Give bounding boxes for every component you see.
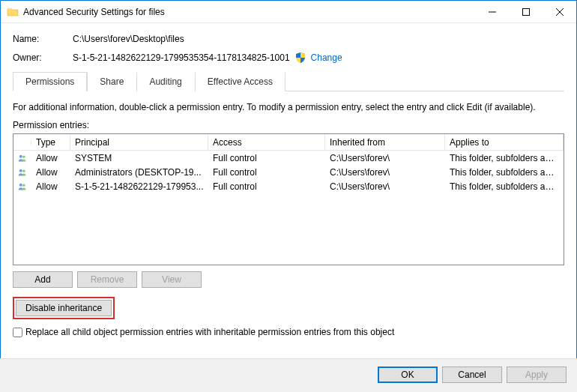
disable-inheritance-button[interactable]: Disable inheritance — [16, 300, 112, 316]
view-button[interactable]: View — [142, 271, 202, 288]
tab-auditing[interactable]: Auditing — [136, 72, 194, 91]
replace-children-row: Replace all child object permission entr… — [13, 327, 564, 337]
cell-type: Allow — [31, 166, 70, 178]
cell-access: Full control — [208, 181, 325, 193]
col-inherited[interactable]: Inherited from — [325, 135, 445, 150]
cell-inherited: C:\Users\forev\ — [325, 166, 445, 178]
disable-inheritance-highlight: Disable inheritance — [13, 297, 115, 319]
users-icon — [13, 152, 31, 164]
change-owner-link[interactable]: Change — [311, 52, 342, 63]
owner-label: Owner: — [13, 52, 73, 63]
dialog-footer: OK Cancel Apply — [0, 358, 577, 392]
apply-button[interactable]: Apply — [507, 367, 567, 383]
svg-point-8 — [19, 183, 22, 186]
titlebar: Advanced Security Settings for files — [1, 1, 576, 23]
cell-access: Full control — [208, 166, 325, 178]
name-value: C:\Users\forev\Desktop\files — [73, 34, 184, 44]
maximize-button[interactable] — [509, 1, 543, 22]
folder-icon — [7, 6, 19, 18]
permission-table: Type Principal Access Inherited from App… — [13, 133, 564, 265]
cell-applies: This folder, subfolders and files — [445, 152, 564, 164]
table-row[interactable]: AllowS-1-5-21-1482622129-179953...Full c… — [13, 179, 564, 193]
ok-button[interactable]: OK — [378, 367, 438, 383]
add-button[interactable]: Add — [13, 271, 73, 288]
tab-strip: Permissions Share Auditing Effective Acc… — [13, 71, 564, 91]
cell-inherited: C:\Users\forev\ — [325, 181, 445, 193]
cell-access: Full control — [208, 152, 325, 164]
cell-principal: SYSTEM — [70, 152, 208, 164]
table-row[interactable]: AllowSYSTEMFull controlC:\Users\forev\Th… — [13, 151, 564, 165]
cell-inherited: C:\Users\forev\ — [325, 152, 445, 164]
replace-children-label[interactable]: Replace all child object permission entr… — [25, 327, 394, 337]
svg-point-4 — [19, 154, 22, 157]
svg-point-5 — [22, 155, 25, 157]
minimize-button[interactable] — [475, 1, 509, 22]
table-body: AllowSYSTEMFull controlC:\Users\forev\Th… — [13, 151, 564, 193]
entry-buttons-row: Add Remove View — [13, 271, 564, 288]
svg-point-9 — [22, 184, 25, 186]
users-icon — [13, 166, 31, 178]
remove-button[interactable]: Remove — [77, 271, 137, 288]
col-icon[interactable] — [13, 140, 31, 145]
col-type[interactable]: Type — [31, 135, 70, 150]
cell-applies: This folder, subfolders and files — [445, 181, 564, 193]
cancel-button[interactable]: Cancel — [442, 367, 502, 383]
tab-share[interactable]: Share — [87, 72, 136, 91]
tab-permissions[interactable]: Permissions — [13, 72, 87, 91]
replace-children-checkbox[interactable] — [13, 328, 22, 337]
cell-type: Allow — [31, 152, 70, 164]
window-title: Advanced Security Settings for files — [23, 7, 475, 17]
svg-point-6 — [19, 169, 22, 172]
svg-point-7 — [22, 169, 25, 172]
col-access[interactable]: Access — [208, 135, 325, 150]
col-applies[interactable]: Applies to — [445, 135, 564, 150]
table-header: Type Principal Access Inherited from App… — [13, 134, 564, 151]
info-text: For additional information, double-click… — [13, 102, 564, 112]
close-button[interactable] — [543, 1, 576, 22]
users-icon — [13, 181, 31, 193]
cell-principal: Administrators (DESKTOP-19... — [70, 166, 208, 178]
svg-rect-1 — [522, 8, 529, 15]
entries-label: Permission entries: — [13, 120, 564, 130]
content-area: Name: C:\Users\forev\Desktop\files Owner… — [1, 23, 576, 337]
shield-icon — [294, 52, 306, 64]
tab-effective-access[interactable]: Effective Access — [195, 72, 286, 91]
table-row[interactable]: AllowAdministrators (DESKTOP-19...Full c… — [13, 165, 564, 179]
owner-row: Owner: S-1-5-21-1482622129-1799535354-11… — [13, 52, 564, 64]
cell-applies: This folder, subfolders and files — [445, 166, 564, 178]
cell-principal: S-1-5-21-1482622129-179953... — [70, 181, 208, 193]
col-principal[interactable]: Principal — [70, 135, 208, 150]
owner-value: S-1-5-21-1482622129-1799535354-117813482… — [73, 52, 290, 63]
name-row: Name: C:\Users\forev\Desktop\files — [13, 34, 564, 44]
name-label: Name: — [13, 34, 73, 44]
cell-type: Allow — [31, 181, 70, 193]
